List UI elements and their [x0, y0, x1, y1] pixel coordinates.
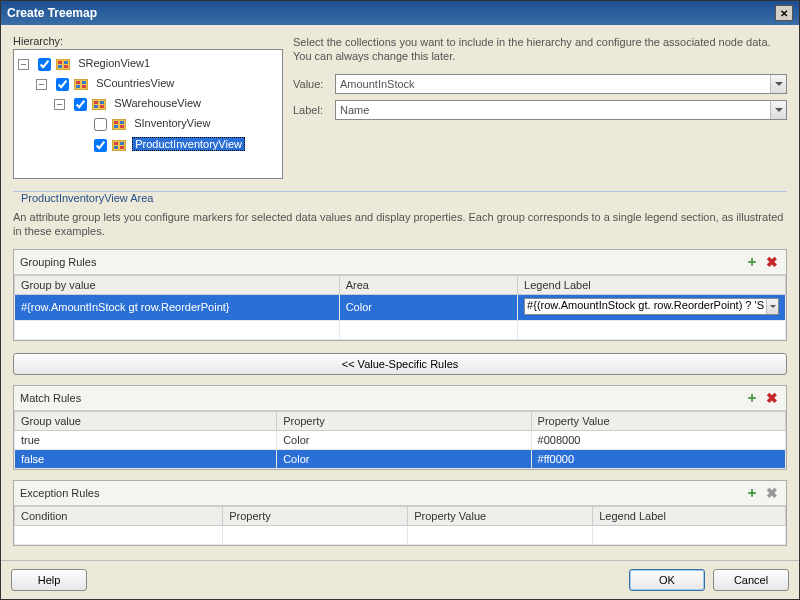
svg-rect-0 — [56, 59, 70, 70]
cell-area[interactable]: Color — [339, 294, 517, 320]
col-header[interactable]: Property — [223, 506, 408, 525]
delete-icon: ✖ — [764, 485, 780, 501]
svg-rect-5 — [74, 79, 88, 90]
svg-rect-7 — [82, 81, 86, 84]
svg-rect-21 — [114, 142, 118, 145]
tree-checkbox[interactable] — [38, 58, 51, 71]
area-section-desc: An attribute group lets you configure ma… — [13, 210, 787, 239]
expand-icon[interactable]: – — [54, 99, 65, 110]
entity-icon — [56, 59, 70, 70]
add-icon[interactable]: ＋ — [744, 390, 760, 406]
label-field-label: Label: — [293, 104, 335, 116]
tree-item-label[interactable]: ProductInventoryView — [132, 137, 245, 151]
match-rules-panel: Match Rules ＋ ✖ Group value Property Pro… — [13, 385, 787, 470]
exception-rules-panel: Exception Rules ＋ ✖ Condition Property P… — [13, 480, 787, 546]
dialog-title: Create Treemap — [7, 6, 97, 20]
entity-icon — [92, 99, 106, 110]
svg-rect-11 — [94, 101, 98, 104]
col-header[interactable]: Legend Label — [593, 506, 786, 525]
col-header[interactable]: Group by value — [15, 275, 340, 294]
grouping-rules-table: Group by value Area Legend Label #{row.A… — [14, 275, 786, 340]
svg-rect-15 — [112, 119, 126, 130]
svg-rect-23 — [114, 146, 118, 149]
svg-rect-10 — [92, 99, 106, 110]
legend-label-input: #{(row.AmountInStock gt. row.ReorderPoin… — [524, 298, 779, 315]
svg-rect-9 — [82, 85, 86, 88]
label-select[interactable]: Name — [335, 100, 787, 120]
expand-icon[interactable]: – — [18, 59, 29, 70]
description-text: Select the collections you want to inclu… — [293, 35, 787, 64]
area-section-legend: ProductInventoryView Area — [19, 192, 159, 204]
col-header[interactable]: Area — [339, 275, 517, 294]
entity-icon — [112, 119, 126, 130]
table-row[interactable] — [15, 320, 786, 339]
help-button[interactable]: Help — [11, 569, 87, 591]
col-header[interactable]: Legend Label — [518, 275, 786, 294]
exception-rules-table: Condition Property Property Value Legend… — [14, 506, 786, 545]
tree-item-label[interactable]: SCountriesView — [94, 77, 176, 89]
col-header[interactable]: Condition — [15, 506, 223, 525]
chevron-down-icon — [770, 75, 786, 93]
svg-rect-4 — [64, 65, 68, 68]
svg-rect-24 — [120, 146, 124, 149]
close-icon[interactable]: ✕ — [775, 5, 793, 21]
match-rules-table: Group value Property Property Value true… — [14, 411, 786, 469]
tree-checkbox[interactable] — [74, 98, 87, 111]
delete-icon[interactable]: ✖ — [764, 390, 780, 406]
svg-rect-17 — [120, 121, 124, 124]
grouping-rules-title: Grouping Rules — [20, 256, 96, 268]
svg-rect-6 — [76, 81, 80, 84]
match-rules-title: Match Rules — [20, 392, 81, 404]
dialog-create-treemap: Create Treemap ✕ Hierarchy: – SRegionVie… — [0, 0, 800, 600]
delete-icon[interactable]: ✖ — [764, 254, 780, 270]
svg-rect-12 — [100, 101, 104, 104]
table-row[interactable]: false Color #ff0000 — [15, 449, 786, 468]
svg-rect-14 — [100, 105, 104, 108]
svg-rect-19 — [120, 125, 124, 128]
exception-rules-title: Exception Rules — [20, 487, 100, 499]
value-select[interactable]: AmountInStock — [335, 74, 787, 94]
add-icon[interactable]: ＋ — [744, 485, 760, 501]
chevron-down-icon — [770, 101, 786, 119]
add-icon[interactable]: ＋ — [744, 254, 760, 270]
svg-rect-3 — [58, 65, 62, 68]
tree-item-label[interactable]: SInventoryView — [132, 117, 212, 129]
value-specific-rules-button[interactable]: << Value-Specific Rules — [13, 353, 787, 375]
svg-rect-13 — [94, 105, 98, 108]
tree-item-label[interactable]: SWarehouseView — [112, 97, 203, 109]
titlebar: Create Treemap ✕ — [1, 1, 799, 25]
chevron-down-icon[interactable] — [766, 299, 778, 314]
col-header[interactable]: Property Value — [408, 506, 593, 525]
svg-rect-1 — [58, 61, 62, 64]
value-field-label: Value: — [293, 78, 335, 90]
tree-checkbox[interactable] — [94, 139, 107, 152]
svg-rect-8 — [76, 85, 80, 88]
tree-checkbox[interactable] — [94, 118, 107, 131]
svg-rect-2 — [64, 61, 68, 64]
svg-rect-20 — [112, 140, 126, 151]
grouping-rules-panel: Grouping Rules ＋ ✖ Group by value Area L… — [13, 249, 787, 341]
col-header[interactable]: Group value — [15, 411, 277, 430]
table-row[interactable]: true Color #008000 — [15, 430, 786, 449]
ok-button[interactable]: OK — [629, 569, 705, 591]
cell-legend[interactable]: #{(row.AmountInStock gt. row.ReorderPoin… — [518, 294, 786, 320]
svg-rect-18 — [114, 125, 118, 128]
svg-rect-16 — [114, 121, 118, 124]
entity-icon — [74, 79, 88, 90]
col-header[interactable]: Property Value — [531, 411, 785, 430]
hierarchy-label: Hierarchy: — [13, 35, 283, 47]
cell-group-by[interactable]: #{row.AmountInStock gt row.ReorderPoint} — [15, 294, 340, 320]
cancel-button[interactable]: Cancel — [713, 569, 789, 591]
entity-icon — [112, 140, 126, 151]
hierarchy-tree[interactable]: – SRegionView1 – SCountriesView — [13, 49, 283, 179]
svg-rect-22 — [120, 142, 124, 145]
tree-checkbox[interactable] — [56, 78, 69, 91]
expand-icon[interactable]: – — [36, 79, 47, 90]
table-row[interactable] — [15, 525, 786, 544]
tree-item-label[interactable]: SRegionView1 — [76, 57, 152, 69]
table-row[interactable]: #{row.AmountInStock gt row.ReorderPoint}… — [15, 294, 786, 320]
col-header[interactable]: Property — [277, 411, 531, 430]
